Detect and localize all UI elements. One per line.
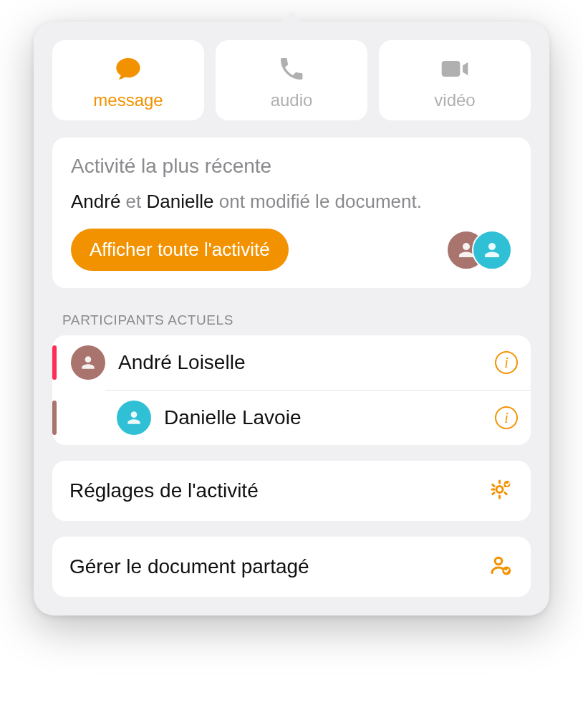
tab-audio[interactable]: audio [216,40,367,120]
avatar [117,401,151,435]
participants-list: André Loiselle i Danielle Lavoie i [52,335,531,445]
activity-settings-row[interactable]: Réglages de l'activité [52,461,531,521]
action-tabs: message audio vidéo [52,40,531,120]
speech-bubble-icon [114,53,143,85]
info-icon[interactable]: i [495,406,518,429]
tab-label: audio [271,90,313,110]
show-all-activity-button[interactable]: Afficher toute l'activité [71,229,289,271]
tab-label: message [93,90,163,110]
collaboration-popover: message audio vidéo Activité la plus réc… [34,21,549,616]
svg-point-1 [504,481,511,487]
tab-message[interactable]: message [52,40,204,120]
recent-activity-card: Activité la plus récente André et Daniel… [52,138,531,288]
activity-user: André [71,191,120,212]
svg-point-2 [495,557,502,565]
participant-name: Danielle Lavoie [164,406,495,429]
option-label: Réglages de l'activité [69,479,259,502]
participant-color-bar [52,345,57,380]
svg-point-0 [496,487,503,493]
video-camera-icon [439,53,471,85]
avatar [71,345,105,380]
participant-name: André Loiselle [118,351,495,374]
activity-summary: André et Danielle ont modifié le documen… [71,191,512,213]
option-label: Gérer le document partagé [69,555,309,578]
tab-video[interactable]: vidéo [379,40,531,120]
info-icon[interactable]: i [495,351,518,374]
tab-label: vidéo [434,90,475,110]
avatar [472,230,512,270]
activity-action-row: Afficher toute l'activité [71,229,512,271]
phone-icon [277,53,306,85]
person-check-icon [488,552,514,581]
participant-row[interactable]: André Loiselle i [52,335,531,390]
activity-user: Danielle [147,191,214,212]
manage-shared-doc-row[interactable]: Gérer le document partagé [52,537,531,597]
participants-header: PARTICIPANTS ACTUELS [62,312,531,328]
participant-color-bar [52,401,57,435]
activity-heading: Activité la plus récente [71,155,512,178]
activity-avatars [446,230,512,270]
participant-row[interactable]: Danielle Lavoie i [105,390,531,445]
gear-share-icon [488,476,514,505]
